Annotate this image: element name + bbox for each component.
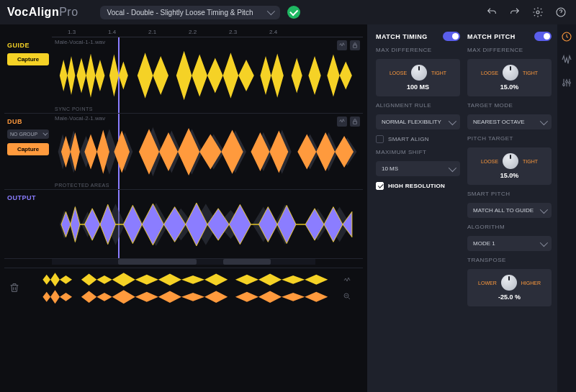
overview-waveforms[interactable] [27, 271, 336, 305]
pitch-maxdiff-knob[interactable] [503, 65, 518, 81]
timing-maxdiff-label: MAX DIFFERENCE [376, 47, 460, 53]
pitch-target-label: PITCH TARGET [467, 135, 552, 142]
pitch-maxdiff-value: 15.0% [500, 83, 519, 91]
guide-filename: Male-Vocal-1-1.wav [55, 39, 105, 45]
high-resolution-checkbox[interactable]: HIGH RESOLUTION [376, 182, 460, 190]
protected-areas-label: PROTECTED AREAS [55, 183, 109, 188]
maximum-shift-select[interactable]: 10 MS [376, 161, 460, 176]
pitch-target-knob[interactable] [503, 153, 518, 169]
match-timing-title: MATCH TIMING [376, 33, 428, 40]
tab-timing-icon[interactable] [560, 30, 573, 43]
tab-waveform-icon[interactable] [560, 53, 573, 66]
status-ok-icon [287, 6, 300, 19]
output-waveform[interactable] [52, 190, 363, 258]
pitch-target-value: 15.0% [500, 172, 519, 179]
transpose-value: -25.0 % [498, 293, 521, 301]
smart-pitch-label: SMART PITCH [467, 191, 552, 197]
pitch-maxdiff-label: MAX DIFFERENCE [467, 47, 552, 53]
svg-rect-3 [354, 122, 357, 124]
output-track-label: OUTPUT [7, 194, 49, 201]
svg-point-8 [569, 82, 571, 84]
delete-button[interactable] [9, 282, 22, 295]
algorithm-label: ALGORITHM [467, 224, 552, 230]
svg-point-7 [566, 81, 568, 83]
smart-pitch-select[interactable]: MATCH ALL TO GUIDE [467, 203, 552, 218]
alignment-rule-label: ALIGNMENT RULE [376, 102, 460, 109]
dub-waveform[interactable]: Male-Vocal-2-1.wav PROTECTED AREAS [52, 114, 363, 189]
overview-scope-icon[interactable] [341, 275, 353, 286]
dub-group-select[interactable]: NO GROUP [7, 129, 49, 139]
sync-points-label: SYNC POINTS [55, 106, 93, 111]
svg-point-6 [563, 83, 565, 86]
preset-name: Vocal - Double - Slightly Loose Timing &… [107, 9, 260, 17]
redo-button[interactable] [507, 4, 523, 20]
dub-track-label: DUB [7, 118, 49, 125]
algorithm-select[interactable]: MODE 1 [467, 236, 552, 251]
timeline-ruler[interactable]: 1.3 1.4 2.1 2.2 2.3 2.4 [52, 27, 363, 37]
alignment-rule-select[interactable]: NORMAL FLEXIBILITY [376, 114, 460, 129]
overview-zoom-icon[interactable] [341, 291, 353, 302]
dub-filename: Male-Vocal-2-1.wav [55, 115, 105, 122]
tab-sliders-icon[interactable] [560, 76, 573, 89]
match-pitch-title: MATCH PITCH [467, 33, 516, 40]
guide-track-label: GUIDE [7, 42, 49, 49]
transpose-label: TRANSPOSE [467, 257, 552, 263]
timing-maxdiff-knob[interactable] [411, 65, 427, 81]
guide-capture-button[interactable]: Capture [7, 53, 49, 65]
dub-capture-button[interactable]: Capture [7, 143, 49, 155]
app-logo: VocAlignPro [7, 6, 78, 19]
target-mode-select[interactable]: NEAREST OCTAVE [467, 114, 552, 129]
match-pitch-toggle[interactable] [534, 32, 552, 41]
smart-align-checkbox[interactable]: SMART ALIGN [376, 135, 460, 143]
target-mode-label: TARGET MODE [467, 102, 552, 109]
timing-maxdiff-value: 100 MS [407, 83, 429, 91]
preset-selector[interactable]: Vocal - Double - Slightly Loose Timing &… [100, 6, 280, 19]
svg-rect-2 [354, 45, 357, 48]
chevron-down-icon [266, 7, 274, 15]
horiz-scrollbar[interactable] [52, 259, 315, 265]
settings-button[interactable] [530, 4, 546, 20]
maximum-shift-label: MAXIMUM SHIFT [376, 149, 460, 155]
transpose-knob[interactable] [501, 275, 517, 291]
match-timing-toggle[interactable] [443, 32, 460, 41]
undo-button[interactable] [484, 4, 500, 20]
svg-point-0 [536, 11, 539, 14]
help-button[interactable] [553, 4, 569, 20]
guide-waveform[interactable]: Male-Vocal-1-1.wav SYNC POINTS [52, 37, 363, 113]
